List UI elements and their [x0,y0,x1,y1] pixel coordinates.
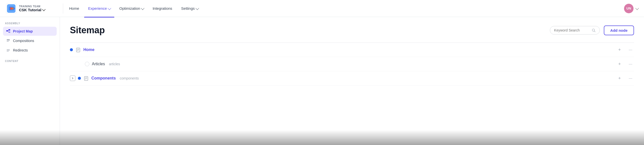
status-dot-blue [78,77,81,80]
search-box[interactable] [550,26,600,35]
sidebar-label-redirects: Redirects [13,48,28,52]
row-actions-home: + ··· [616,46,634,53]
settings-chevron [196,6,199,10]
app-title[interactable]: CSK Tutorial [19,8,46,12]
avatar-chevron[interactable] [635,6,639,10]
project-map-icon [6,29,10,34]
sitemap-list: Home + ··· Articles articles + ··· [70,43,634,85]
row-slug-components: components [120,76,139,80]
svg-rect-11 [7,39,10,40]
logo-text: TRAINING TEAM CSK Tutorial [19,5,46,12]
row-name-articles[interactable]: Articles [92,62,105,66]
sidebar-section-assembly: ASSEMBLY [3,22,57,25]
nav-experience[interactable]: Experience [84,4,114,13]
sidebar-label-compositions: Compositions [13,39,34,43]
svg-line-18 [594,31,595,32]
sidebar-item-project-map[interactable]: Project Map [3,27,57,36]
svg-rect-13 [7,41,9,42]
header-actions: Add node [550,26,634,35]
experience-chevron [108,6,111,10]
svg-rect-7 [8,29,10,31]
row-slug-articles: articles [109,62,120,66]
page-icon-components [83,75,89,81]
top-nav: TRAINING TEAM CSK Tutorial Home Experien… [0,0,644,17]
status-dot-blue [70,48,73,51]
row-left-articles: Articles articles [85,62,616,66]
avatar[interactable]: UN [624,4,634,13]
sidebar-label-project-map: Project Map [13,29,33,33]
add-child-button-articles[interactable]: + [616,61,623,68]
logo-area: TRAINING TEAM CSK Tutorial [6,3,61,14]
table-row: Articles articles + ··· [70,57,634,71]
sidebar-item-compositions[interactable]: Compositions [3,36,57,45]
svg-rect-8 [8,32,10,33]
optimization-chevron [141,6,144,10]
svg-line-10 [8,31,8,32]
nav-home[interactable]: Home [65,4,83,13]
nav-divider [63,4,63,14]
content-header: Sitemap Add node [70,25,634,36]
status-dot-empty [85,62,89,66]
svg-line-9 [8,30,8,31]
nav-links: Home Experience Optimization Integration… [65,4,624,13]
row-actions-components: + ··· [616,75,634,82]
team-label: TRAINING TEAM [19,5,46,8]
row-name-components[interactable]: Components [91,76,116,80]
row-name-home[interactable]: Home [83,48,94,52]
add-child-button-home[interactable]: + [616,46,623,53]
main-layout: ASSEMBLY Project Map [0,17,644,145]
nav-optimization[interactable]: Optimization [115,4,148,13]
svg-rect-12 [7,41,10,41]
search-input[interactable] [554,28,590,32]
svg-rect-6 [6,30,8,32]
compositions-icon [6,39,10,43]
redirects-icon [6,48,10,53]
sidebar-section-content-label: CONTENT [3,60,57,63]
table-row: Components components + ··· [70,71,634,85]
sidebar: ASSEMBLY Project Map [0,17,60,145]
expand-icon-components[interactable] [70,75,76,81]
nav-integrations[interactable]: Integrations [148,4,176,13]
nav-settings[interactable]: Settings [177,4,202,13]
add-child-button-components[interactable]: + [616,75,623,82]
add-node-button[interactable]: Add node [604,26,634,35]
more-options-button-components[interactable]: ··· [627,75,634,82]
page-title: Sitemap [70,25,550,36]
more-options-button-articles[interactable]: ··· [627,61,634,68]
row-actions-articles: + ··· [616,61,634,68]
table-row: Home + ··· [70,43,634,57]
row-left-home: Home [70,47,616,53]
content-area: Sitemap Add node [60,17,644,145]
content-section-label: CONTENT [3,60,57,63]
page-icon-home [76,47,81,53]
more-options-button-home[interactable]: ··· [627,46,634,53]
row-left-components: Components components [70,75,616,81]
search-icon [592,28,596,32]
nav-right: UN [624,4,638,13]
app-title-chevron[interactable] [42,8,46,11]
sidebar-item-redirects[interactable]: Redirects [3,46,57,55]
app-logo[interactable] [6,3,16,14]
